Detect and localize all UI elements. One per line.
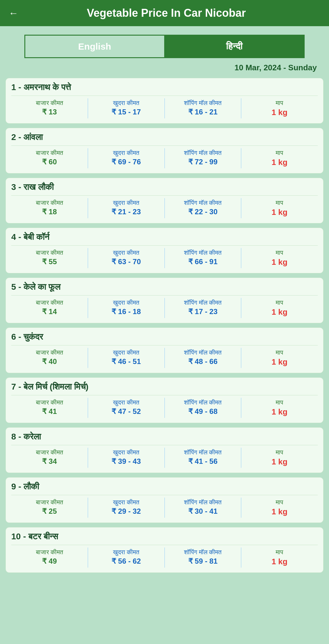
price-row-6: बाजार कीमत ₹ 40 खुदरा कीमत ₹ 46 - 51 शॉप… [11, 345, 318, 368]
retail-label-5: खुदरा कीमत [113, 299, 140, 306]
retail-price-col-7: खुदरा कीमत ₹ 47 - 52 [88, 398, 165, 418]
mall-value-3: ₹ 22 - 30 [188, 208, 218, 216]
veg-card-5: 5 - केले का फूल बाजार कीमत ₹ 14 खुदरा की… [5, 278, 324, 323]
market-value-3: ₹ 18 [42, 208, 57, 216]
unit-col-7: माप 1 kg [241, 398, 318, 418]
mall-label-3: शॉपिंग मॉल कीमत [184, 199, 221, 206]
retail-price-col-4: खुदरा कीमत ₹ 63 - 70 [88, 248, 165, 268]
mall-label-9: शॉपिंग मॉल कीमत [184, 499, 221, 506]
market-value-6: ₹ 40 [42, 357, 57, 366]
retail-label-2: खुदरा कीमत [113, 149, 140, 156]
retail-price-col-6: खुदरा कीमत ₹ 46 - 51 [88, 348, 165, 368]
retail-label-1: खुदरा कीमत [113, 100, 140, 107]
mall-value-2: ₹ 72 - 99 [188, 158, 218, 166]
retail-price-col-8: खुदरा कीमत ₹ 39 - 43 [88, 448, 165, 468]
mall-value-9: ₹ 30 - 41 [188, 507, 218, 516]
market-price-col-6: बाजार कीमत ₹ 40 [11, 348, 88, 368]
retail-price-col-1: खुदरा कीमत ₹ 15 - 17 [88, 98, 165, 118]
veg-name-9: 9 - लौकी [11, 482, 318, 492]
market-price-col-9: बाजार कीमत ₹ 25 [11, 498, 88, 518]
retail-value-2: ₹ 69 - 76 [111, 158, 141, 166]
veg-name-5: 5 - केले का फूल [11, 282, 318, 292]
mall-value-8: ₹ 41 - 56 [188, 457, 218, 466]
unit-label-7: माप [276, 399, 283, 406]
mall-value-10: ₹ 59 - 81 [188, 557, 218, 565]
unit-col-2: माप 1 kg [241, 148, 318, 168]
unit-label-5: माप [276, 299, 283, 306]
date-display: 10 Mar, 2024 - Sunday [0, 61, 329, 78]
mall-price-col-5: शॉपिंग मॉल कीमत ₹ 17 - 23 [165, 298, 242, 318]
retail-value-3: ₹ 21 - 23 [111, 208, 141, 216]
veg-name-6: 6 - चुकंदर [11, 332, 318, 342]
mall-label-7: शॉपिंग मॉल कीमत [184, 399, 221, 406]
unit-col-8: माप 1 kg [241, 448, 318, 468]
price-row-3: बाजार कीमत ₹ 18 खुदरा कीमत ₹ 21 - 23 शॉप… [11, 195, 318, 218]
back-button[interactable]: ← [9, 8, 18, 19]
unit-col-3: माप 1 kg [241, 198, 318, 218]
market-price-col-3: बाजार कीमत ₹ 18 [11, 198, 88, 218]
veg-card-8: 8 - करेला बाजार कीमत ₹ 34 खुदरा कीमत ₹ 3… [5, 427, 324, 473]
unit-label-8: माप [276, 449, 283, 456]
veg-name-8: 8 - करेला [11, 432, 318, 442]
veg-name-10: 10 - बटर बीन्स [11, 532, 318, 542]
unit-label-6: माप [276, 349, 283, 356]
mall-label-2: शॉपिंग मॉल कीमत [184, 149, 221, 156]
mall-price-col-6: शॉपिंग मॉल कीमत ₹ 48 - 66 [165, 348, 242, 368]
vegetable-list: 1 - अमरनाथ के पत्ते बाजार कीमत ₹ 13 खुदर… [0, 78, 329, 578]
market-label-1: बाजार कीमत [36, 100, 63, 107]
mall-price-col-10: शॉपिंग मॉल कीमत ₹ 59 - 81 [165, 548, 242, 568]
mall-price-col-3: शॉपिंग मॉल कीमत ₹ 22 - 30 [165, 198, 242, 218]
price-row-10: बाजार कीमत ₹ 49 खुदरा कीमत ₹ 56 - 62 शॉप… [11, 545, 318, 568]
price-row-4: बाजार कीमत ₹ 55 खुदरा कीमत ₹ 63 - 70 शॉप… [11, 245, 318, 268]
mall-label-6: शॉपिंग मॉल कीमत [184, 349, 221, 356]
mall-price-col-7: शॉपिंग मॉल कीमत ₹ 49 - 68 [165, 398, 242, 418]
mall-price-col-2: शॉपिंग मॉल कीमत ₹ 72 - 99 [165, 148, 242, 168]
market-label-4: बाजार कीमत [36, 249, 63, 256]
veg-card-4: 4 - बेबी कॉर्न बाजार कीमत ₹ 55 खुदरा कीम… [5, 228, 324, 273]
veg-card-9: 9 - लौकी बाजार कीमत ₹ 25 खुदरा कीमत ₹ 29… [5, 477, 324, 523]
unit-col-10: माप 1 kg [241, 548, 318, 568]
veg-name-4: 4 - बेबी कॉर्न [11, 232, 318, 242]
price-row-8: बाजार कीमत ₹ 34 खुदरा कीमत ₹ 39 - 43 शॉप… [11, 445, 318, 468]
retail-value-7: ₹ 47 - 52 [111, 407, 141, 416]
mall-label-4: शॉपिंग मॉल कीमत [184, 249, 221, 256]
market-label-8: बाजार कीमत [36, 449, 63, 456]
mall-price-col-8: शॉपिंग मॉल कीमत ₹ 41 - 56 [165, 448, 242, 468]
unit-value-4: 1 kg [272, 257, 288, 267]
unit-value-10: 1 kg [272, 557, 288, 566]
retail-value-8: ₹ 39 - 43 [111, 457, 141, 466]
market-label-7: बाजार कीमत [36, 399, 63, 406]
header: ← Vegetable Price In Car Nicobar [0, 0, 329, 26]
retail-price-col-9: खुदरा कीमत ₹ 29 - 32 [88, 498, 165, 518]
mall-price-col-1: शॉपिंग मॉल कीमत ₹ 16 - 21 [165, 98, 242, 118]
unit-col-5: माप 1 kg [241, 298, 318, 318]
market-price-col-5: बाजार कीमत ₹ 14 [11, 298, 88, 318]
retail-value-6: ₹ 46 - 51 [111, 357, 141, 366]
veg-name-3: 3 - राख लौकी [11, 182, 318, 192]
market-price-col-7: बाजार कीमत ₹ 41 [11, 398, 88, 418]
unit-value-2: 1 kg [272, 158, 288, 167]
page-title: Vegetable Price In Car Nicobar [24, 7, 308, 19]
market-price-col-8: बाजार कीमत ₹ 34 [11, 448, 88, 468]
price-row-7: बाजार कीमत ₹ 41 खुदरा कीमत ₹ 47 - 52 शॉप… [11, 395, 318, 418]
retail-price-col-5: खुदरा कीमत ₹ 16 - 18 [88, 298, 165, 318]
market-price-col-2: बाजार कीमत ₹ 60 [11, 148, 88, 168]
mall-label-8: शॉपिंग मॉल कीमत [184, 449, 221, 456]
hindi-tab[interactable]: हिन्दी [164, 35, 305, 58]
retail-label-3: खुदरा कीमत [113, 199, 140, 206]
unit-label-4: माप [276, 249, 283, 256]
unit-col-6: माप 1 kg [241, 348, 318, 368]
veg-card-10: 10 - बटर बीन्स बाजार कीमत ₹ 49 खुदरा कीम… [5, 527, 324, 573]
unit-col-4: माप 1 kg [241, 248, 318, 268]
unit-value-3: 1 kg [272, 208, 288, 217]
mall-label-1: शॉपिंग मॉल कीमत [184, 100, 221, 107]
market-value-9: ₹ 25 [42, 507, 57, 516]
price-row-9: बाजार कीमत ₹ 25 खुदरा कीमत ₹ 29 - 32 शॉप… [11, 495, 318, 518]
english-tab[interactable]: English [24, 35, 164, 58]
mall-value-4: ₹ 66 - 91 [188, 257, 218, 266]
retail-value-5: ₹ 16 - 18 [111, 307, 141, 316]
market-value-1: ₹ 13 [42, 108, 57, 116]
mall-label-10: शॉपिंग मॉल कीमत [184, 549, 221, 556]
veg-name-2: 2 - आंवला [11, 132, 318, 142]
market-value-4: ₹ 55 [42, 257, 57, 266]
